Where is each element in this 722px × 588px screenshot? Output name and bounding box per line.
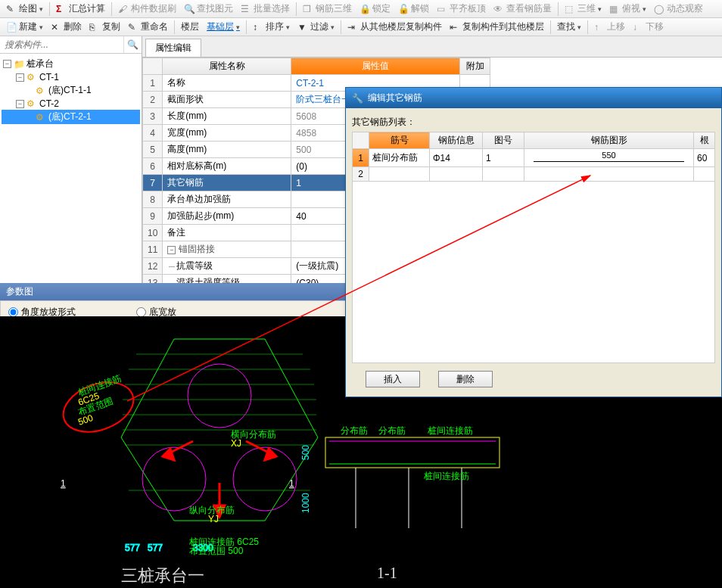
rebar-row-1[interactable]: 1 桩间分布筋 Φ14 1 550 60 xyxy=(353,149,715,167)
filter-icon: ▼ xyxy=(297,22,308,33)
col-num[interactable]: 筋号 xyxy=(369,132,430,149)
row1-info[interactable]: Φ14 xyxy=(430,149,483,167)
gear-icon: ⚙ xyxy=(36,86,46,96)
tb-brush[interactable]: 🖌构件数据刷 xyxy=(115,1,179,17)
row1-name[interactable]: 桩间分布筋 xyxy=(369,149,430,167)
svg-text:桩间连接筋: 桩间连接筋 xyxy=(76,372,123,398)
tree-ct2-label: CT-2 xyxy=(39,98,59,109)
col-shape[interactable]: 钢筋图形 xyxy=(524,132,694,149)
tb-search[interactable]: 查找▾ xyxy=(554,19,584,35)
tree-ct1-child[interactable]: ⚙ (底)CT-1-1 xyxy=(2,83,140,98)
tb-flat[interactable]: ▭平齐板顶 xyxy=(434,1,489,17)
svg-text:577: 577 xyxy=(148,543,163,553)
tb-lock[interactable]: 🔒锁定 xyxy=(356,1,394,17)
dialog-spacer xyxy=(352,182,715,363)
gear-icon: ⚙ xyxy=(26,98,37,109)
search-button[interactable]: 🔍 xyxy=(123,36,142,53)
svg-rect-34 xyxy=(325,437,499,468)
prop-rownum: 8 xyxy=(143,191,163,208)
delete-button[interactable]: 删除 xyxy=(438,371,493,387)
prop-rownum: 3 xyxy=(143,108,163,125)
tree-ct1-child-label: (底)CT-1-1 xyxy=(48,84,92,97)
flat-icon: ▭ xyxy=(437,4,447,14)
tb-draw[interactable]: ✎绘图▾ xyxy=(3,1,46,17)
app-icon: 🔧 xyxy=(352,93,363,104)
tree-ct2[interactable]: − ⚙ CT-2 xyxy=(2,98,140,110)
tb-copy[interactable]: ⎘复制 xyxy=(86,19,123,35)
dialog-other-rebar: 🔧 编辑其它钢筋 其它钢筋列表： 筋号 钢筋信息 图号 钢筋图形 根 1 桩间分… xyxy=(345,87,722,397)
prop-name: −锚固搭接 xyxy=(163,241,291,258)
tb-filter[interactable]: ▼过滤▾ xyxy=(294,19,338,35)
component-tree: − 📁 桩承台 − ⚙ CT-1 ⚙ (底)CT-1-1 − ⚙ CT-2 xyxy=(0,54,142,127)
row1-root[interactable]: 60 xyxy=(694,149,715,167)
tb-3d[interactable]: ⬚三维▾ xyxy=(562,1,605,17)
rebar-list-table: 筋号 钢筋信息 图号 钢筋图形 根 1 桩间分布筋 Φ14 1 550 60 2 xyxy=(352,132,715,182)
prop-name: 名称 xyxy=(163,75,291,92)
tb-find-elem[interactable]: 🔍查找图元 xyxy=(181,1,236,17)
search-input[interactable] xyxy=(0,36,123,53)
tb-dyn[interactable]: ◯动态观察 xyxy=(651,1,706,17)
dialog-titlebar[interactable]: 🔧 编辑其它钢筋 xyxy=(346,88,721,108)
orbit-icon: ◯ xyxy=(654,4,664,14)
tb-front[interactable]: ▦俯视▾ xyxy=(606,1,649,17)
col-info[interactable]: 钢筋信息 xyxy=(430,132,483,149)
prop-name: 承台单边加强筋 xyxy=(163,191,291,208)
svg-text:分布筋: 分布筋 xyxy=(378,425,406,436)
tab-properties[interactable]: 属性编辑 xyxy=(145,39,201,57)
tb-up[interactable]: ↑上移 xyxy=(591,19,628,35)
svg-text:1000: 1000 xyxy=(300,493,311,513)
tree-ct2-child-label: (底)CT-2-1 xyxy=(48,110,92,123)
tb-batch[interactable]: ☰批量选择 xyxy=(238,1,293,17)
toolbar-2: 📄新建▾ ✕删除 ⎘复制 ✎重命名 楼层 基础层▾ ↕排序▾ ▼过滤▾ ⇥从其他… xyxy=(0,18,722,36)
tree-ct2-child[interactable]: ⚙ (底)CT-2-1 xyxy=(2,110,140,124)
prop-rownum: 11 xyxy=(143,241,163,258)
tree-root-label: 桩承台 xyxy=(26,58,54,70)
up-icon: ↑ xyxy=(594,22,605,33)
collapse-icon[interactable]: − xyxy=(3,60,11,68)
rebar-row-2[interactable]: 2 xyxy=(353,167,715,182)
collapse-icon[interactable]: − xyxy=(16,100,24,108)
svg-text:桩间连接筋: 桩间连接筋 xyxy=(423,471,469,481)
tree-root[interactable]: − 📁 桩承台 xyxy=(2,57,140,71)
tb-copy-from[interactable]: ⇥从其他楼层复制构件 xyxy=(344,19,445,35)
tb-down[interactable]: ↓下移 xyxy=(630,19,667,35)
cube2-icon: ⬚ xyxy=(565,4,575,14)
row1-draw[interactable]: 1 xyxy=(483,149,524,167)
sort-icon: ↕ xyxy=(253,22,263,33)
prop-name: 其它钢筋 xyxy=(163,175,291,191)
svg-text:1: 1 xyxy=(289,478,294,489)
prop-rownum: 10 xyxy=(143,225,163,241)
col-value[interactable]: 属性值 xyxy=(291,58,460,75)
tb-sort[interactable]: ↕排序▾ xyxy=(250,19,293,35)
col-draw[interactable]: 图号 xyxy=(483,132,524,149)
tb-delete[interactable]: ✕删除 xyxy=(48,19,85,35)
tb-rebar3d[interactable]: ❒钢筋三维 xyxy=(300,1,355,17)
toolbar-1: ✎绘图▾ Σ汇总计算 🖌构件数据刷 🔍查找图元 ☰批量选择 ❒钢筋三维 🔒锁定 … xyxy=(0,0,722,18)
row1-shape[interactable]: 550 xyxy=(524,149,694,167)
dialog-title-text: 编辑其它钢筋 xyxy=(368,92,422,104)
tree-ct1[interactable]: − ⚙ CT-1 xyxy=(2,71,140,83)
col-root[interactable]: 根 xyxy=(694,132,715,149)
tb-rename[interactable]: ✎重命名 xyxy=(125,19,171,35)
prop-rownum: 4 xyxy=(143,125,163,142)
new-icon: 📄 xyxy=(6,22,17,33)
insert-button[interactable]: 插入 xyxy=(366,371,420,387)
tb-copy-to[interactable]: ⇤复制构件到其他楼层 xyxy=(447,19,547,35)
down-icon: ↓ xyxy=(633,22,643,33)
delete-icon: ✕ xyxy=(51,22,61,33)
sigma-icon: Σ xyxy=(56,4,67,14)
lock-icon: 🔒 xyxy=(359,4,370,14)
dialog-list-label: 其它钢筋列表： xyxy=(352,116,715,129)
tb-view-rebar[interactable]: 👁查看钢筋量 xyxy=(490,1,555,17)
tb-floor-select[interactable]: 基础层▾ xyxy=(204,19,243,35)
col-extra[interactable]: 附加 xyxy=(460,58,490,75)
tb-calc[interactable]: Σ汇总计算 xyxy=(53,1,108,17)
tb-new[interactable]: 📄新建▾ xyxy=(3,19,46,35)
col-name[interactable]: 属性名称 xyxy=(163,58,291,75)
pencil-icon: ✎ xyxy=(6,4,17,14)
prop-name: 截面形状 xyxy=(163,92,291,108)
svg-text:XJ: XJ xyxy=(231,438,241,449)
tb-unlock[interactable]: 🔓解锁 xyxy=(395,1,432,17)
col-blank xyxy=(143,58,163,75)
collapse-icon[interactable]: − xyxy=(16,73,24,82)
